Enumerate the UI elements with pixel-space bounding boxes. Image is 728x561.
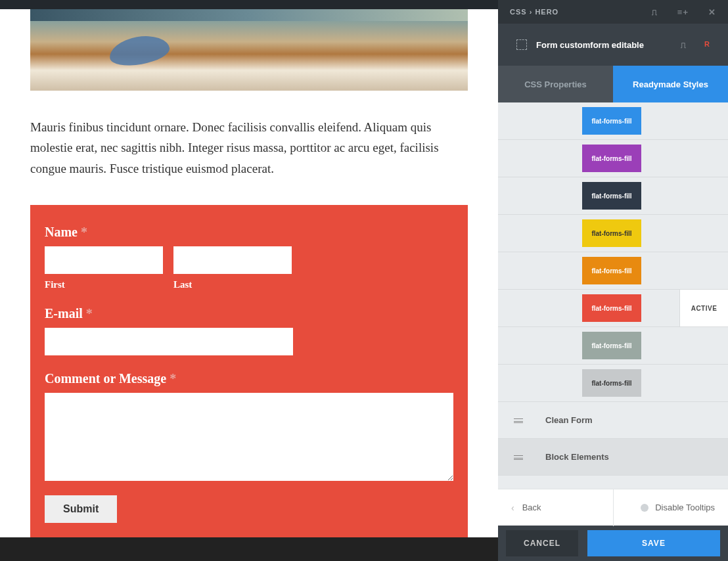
footer-divider [613,489,614,526]
cancel-button[interactable]: CANCEL [506,530,578,556]
section-block-elements[interactable]: Block Elements [498,439,728,476]
body-paragraph: Mauris finibus tincidunt ornare. Donec f… [30,117,468,179]
style-option-row[interactable]: flat-forms-fill [498,215,728,252]
disable-tooltips-toggle[interactable]: Disable Tooltips [655,503,715,512]
style-option-row[interactable]: flat-forms-fill [498,252,728,290]
style-option-row[interactable]: flat-forms-fillACTIVE [498,290,728,327]
main-content: Mauris finibus tincidunt ornare. Donec f… [0,9,498,540]
required-asterisk: * [81,225,87,239]
style-option-row[interactable]: flat-forms-fill [498,102,728,140]
panel-footer-nav: ‹ Back Disable Tooltips [498,489,728,526]
submit-button[interactable]: Submit [45,495,117,523]
selection-label: Form customform editable [536,40,644,50]
hero-image [30,9,468,91]
section-clean-form[interactable]: Clean Form [498,402,728,439]
style-chip: flat-forms-fill [582,257,641,284]
comment-label: Comment or Message * [45,371,453,386]
first-name-input[interactable] [45,246,163,274]
chevron-left-icon: ‹ [511,503,514,513]
style-option-row[interactable]: flat-forms-fill [498,177,728,215]
last-name-input[interactable] [173,246,292,274]
panel-action-bar: CANCEL SAVE [498,526,728,561]
style-chip: flat-forms-fill [582,107,641,135]
save-button[interactable]: SAVE [587,530,720,556]
drag-icon [514,454,523,460]
panel-selection-bar: Form customform editable ⎍ R [498,24,728,66]
name-field-group: Name * First Last [45,225,453,290]
email-input[interactable] [45,328,293,355]
panel-brand: CSS › HERO [510,8,558,16]
style-chip: flat-forms-fill [582,219,641,247]
email-label: E-mail * [45,306,453,321]
csshero-panel: CSS › HERO ⎍ ≡+ ✕ Form customform editab… [498,0,728,561]
tab-readymade-styles[interactable]: Readymade Styles [613,66,728,102]
style-chip: flat-forms-fill [582,294,641,322]
required-asterisk: * [170,371,176,386]
tab-css-properties[interactable]: CSS Properties [498,66,613,102]
panel-tabs: CSS Properties Readymade Styles [498,66,728,102]
first-name-sublabel: First [45,279,163,290]
comment-textarea[interactable] [45,393,453,481]
style-chip: flat-forms-fill [582,332,641,359]
subnav-icon-1[interactable]: ⎍ [681,40,686,50]
name-label: Name * [45,225,453,240]
last-name-sublabel: Last [173,279,292,290]
site-footer [0,537,498,561]
close-icon[interactable]: ✕ [708,7,716,17]
style-option-row[interactable]: flat-forms-fill [498,327,728,365]
style-chip: flat-forms-fill [582,369,641,397]
header-icon-2[interactable]: ≡+ [677,7,689,17]
contact-form[interactable]: Name * First Last E-mail * Comment [30,205,468,540]
header-icon-1[interactable]: ⎍ [652,7,658,17]
back-button[interactable]: Back [522,503,541,512]
email-field-group: E-mail * [45,306,453,355]
style-option-row[interactable]: flat-forms-fill [498,140,728,177]
style-chip: flat-forms-fill [582,145,641,172]
readymade-styles-list: flat-forms-fillflat-forms-fillflat-forms… [498,102,728,489]
radio-icon [641,504,648,512]
panel-header: CSS › HERO ⎍ ≡+ ✕ [498,0,728,24]
drag-icon [514,417,523,424]
style-option-row[interactable]: flat-forms-fill [498,365,728,402]
style-chip: flat-forms-fill [582,182,641,210]
required-asterisk: * [86,306,93,321]
comment-field-group: Comment or Message * [45,371,453,483]
active-badge: ACTIVE [679,290,728,326]
selection-icon [516,39,527,50]
reset-icon[interactable]: R [704,40,710,50]
